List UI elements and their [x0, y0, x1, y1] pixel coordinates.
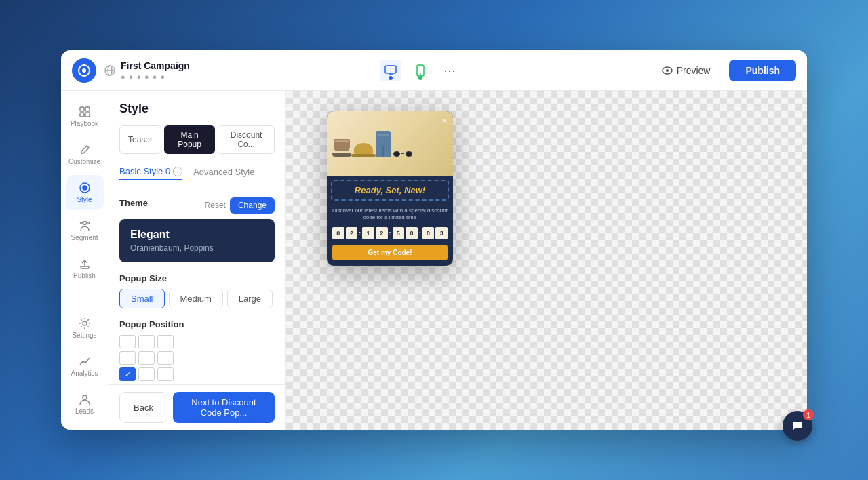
next-button[interactable]: Next to Discount Code Pop...	[173, 392, 275, 423]
svg-point-11	[666, 69, 669, 72]
campaign-meta: ● ● ● ● ● ●	[121, 73, 190, 81]
desktop-device-btn[interactable]	[380, 60, 401, 81]
tab-advanced-style[interactable]: Advanced Style	[193, 166, 254, 180]
hat-item	[354, 143, 373, 157]
countdown-1: 2	[346, 227, 358, 239]
canvas: ×	[286, 91, 807, 430]
countdown-4: 5	[393, 227, 405, 239]
checkmark-icon: ✓	[125, 370, 131, 379]
svg-point-20	[80, 222, 82, 224]
pos-top-center[interactable]	[138, 335, 155, 348]
sidebar-item-playbook[interactable]: Playbook	[66, 99, 104, 134]
pos-bot-right[interactable]	[157, 367, 174, 381]
theme-name: Elegant	[130, 228, 264, 241]
chat-icon	[791, 419, 804, 433]
sidebar-label-analytics: Analytics	[71, 369, 98, 377]
sidebar-item-style[interactable]: Style	[66, 175, 104, 210]
svg-point-22	[83, 321, 87, 325]
chat-badge: 1	[803, 409, 814, 420]
sep-1: :	[359, 230, 361, 237]
panel-content: Style Teaser Main Popup Discount Co... B…	[108, 91, 285, 384]
info-icon: i	[173, 167, 182, 176]
pos-mid-right[interactable]	[157, 351, 174, 365]
popup-image	[327, 111, 453, 176]
svg-rect-15	[85, 113, 90, 117]
tab-main-popup[interactable]: Main Popup	[164, 125, 215, 154]
svg-rect-21	[81, 266, 89, 268]
theme-label: Theme	[119, 198, 148, 208]
eye-icon	[662, 65, 673, 76]
style-panel: Style Teaser Main Popup Discount Co... B…	[108, 91, 286, 430]
publish-button[interactable]: Publish	[729, 60, 796, 81]
tab-discount-co[interactable]: Discount Co...	[218, 125, 275, 154]
more-options-btn[interactable]: ⋯	[439, 60, 461, 81]
svg-point-1	[82, 68, 86, 73]
countdown-6: 0	[422, 227, 435, 239]
main-content: Playbook Customize Style	[61, 91, 807, 430]
sidebar-label-leads: Leads	[75, 407, 94, 415]
svg-point-23	[83, 395, 87, 399]
popup-cta-button[interactable]: Get my Code!	[332, 245, 448, 260]
jeans-item	[376, 131, 391, 157]
theme-fonts: Oranienbaum, Poppins	[130, 243, 264, 253]
countdown-row: 0 2 : 1 2 : 5 0 : 0 3	[327, 224, 453, 242]
style-tabs-group: Basic Style 0 i Advanced Style	[119, 166, 275, 186]
theme-reset-btn[interactable]: Reset	[205, 197, 226, 214]
sidebar-item-leads[interactable]: Leads	[66, 386, 104, 422]
pos-top-left[interactable]	[119, 335, 136, 348]
theme-section: Theme Reset Change	[119, 197, 275, 214]
size-large-btn[interactable]: Large	[227, 289, 273, 308]
popup-tab-group: Teaser Main Popup Discount Co...	[119, 125, 275, 154]
pos-bot-center[interactable]	[138, 367, 155, 381]
sidebar-item-settings[interactable]: Settings	[66, 311, 104, 346]
svg-rect-12	[80, 107, 84, 111]
svg-rect-13	[85, 107, 90, 111]
sunglasses-item	[393, 151, 412, 157]
countdown-5: 0	[406, 227, 418, 239]
sidebar-label-style: Style	[77, 196, 92, 203]
countdown-2: 1	[362, 227, 374, 239]
position-grid: ✓	[119, 335, 275, 381]
header-actions: Preview Publish	[651, 60, 796, 81]
countdown-0: 0	[332, 227, 344, 239]
popup-title: Ready, Set, New!	[335, 185, 445, 195]
svg-point-18	[83, 222, 86, 225]
sidebar-item-publish[interactable]: Publish	[66, 251, 104, 286]
pos-mid-left[interactable]	[119, 351, 136, 365]
preview-button[interactable]: Preview	[651, 60, 722, 81]
svg-point-17	[83, 186, 87, 190]
size-small-btn[interactable]: Small	[119, 289, 165, 308]
back-button[interactable]: Back	[119, 392, 167, 423]
theme-change-btn[interactable]: Change	[230, 197, 275, 214]
popup-size-group: Small Medium Large	[119, 289, 275, 308]
countdown-3: 2	[376, 227, 388, 239]
campaign-info: First Campaign ● ● ● ● ● ●	[121, 60, 190, 81]
device-switcher: ⋯	[198, 60, 643, 81]
chat-button[interactable]: 1	[783, 411, 812, 441]
pos-mid-center[interactable]	[138, 351, 155, 365]
popup-title-section: Ready, Set, New!	[331, 180, 449, 201]
sidebar-item-customize[interactable]: Customize	[66, 137, 104, 172]
sidebar-label-publish: Publish	[73, 272, 96, 279]
panel-footer: Back Next to Discount Code Pop...	[108, 384, 285, 430]
popup-description: Discover our latest items with a special…	[327, 205, 453, 224]
pos-bot-left[interactable]: ✓	[119, 367, 136, 381]
svg-point-19	[87, 222, 89, 224]
panel-title: Style	[119, 102, 275, 116]
sidebar-item-analytics[interactable]: Analytics	[66, 348, 104, 384]
header: First Campaign ● ● ● ● ● ● ⋯	[61, 50, 807, 91]
tab-teaser[interactable]: Teaser	[119, 125, 161, 154]
theme-card: Elegant Oranienbaum, Poppins	[119, 219, 275, 262]
sidebar-item-segment[interactable]: Segment	[66, 213, 104, 248]
sep-3: :	[419, 230, 421, 237]
theme-buttons: Reset Change	[205, 197, 275, 214]
size-medium-btn[interactable]: Medium	[169, 289, 223, 308]
popup-close-btn[interactable]: ×	[442, 115, 448, 126]
mobile-device-btn[interactable]	[410, 60, 431, 81]
popup-position-label: Popup Position	[119, 319, 275, 329]
tab-basic-style[interactable]: Basic Style 0 i	[119, 166, 182, 180]
sidebar-label-customize: Customize	[68, 158, 100, 165]
sep-2: :	[389, 230, 391, 237]
pos-top-right[interactable]	[157, 335, 174, 348]
svg-rect-14	[80, 113, 84, 117]
